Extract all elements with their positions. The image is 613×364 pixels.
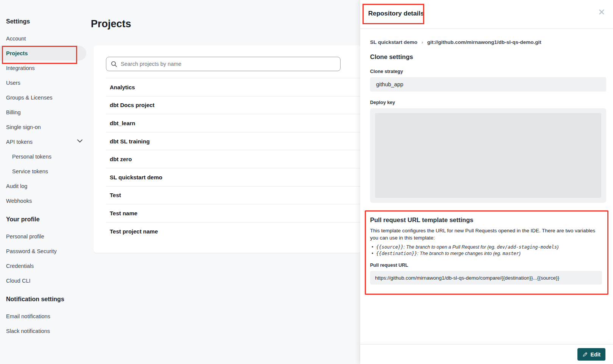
settings-sidebar: Settings AccountProjectsIntegrationsUser…	[0, 0, 91, 338]
sidebar-profile-title: Your profile	[6, 216, 91, 229]
sidebar-item-label: Service tokens	[12, 168, 48, 174]
page-title: Projects	[91, 18, 131, 30]
close-icon[interactable]: ✕	[596, 7, 607, 17]
sidebar-main-items: AccountProjectsIntegrationsUsersGroups &…	[6, 31, 91, 208]
sidebar-gap	[6, 208, 91, 216]
sidebar-notification-items: Email notificationsSlack notifications	[6, 309, 91, 338]
project-row-test[interactable]: Test	[106, 186, 361, 204]
clone-settings-heading: Clone settings	[370, 53, 606, 61]
sidebar-item-label: Credentials	[6, 263, 34, 269]
sidebar-item-personal-tokens[interactable]: Personal tokens	[6, 149, 86, 164]
project-name: SL quickstart demo	[110, 174, 162, 180]
variable-code: {{destination}}	[376, 251, 417, 256]
panel-title: Repository details	[368, 10, 424, 17]
sidebar-item-label: Personal profile	[6, 233, 44, 240]
sidebar-item-service-tokens[interactable]: Service tokens	[6, 164, 86, 179]
sidebar-item-single-sign-on[interactable]: Single sign-on	[6, 120, 86, 134]
sidebar-item-label: Groups & Licenses	[6, 95, 53, 101]
project-row-sl-quickstart-demo[interactable]: SL quickstart demo	[106, 168, 361, 186]
sidebar-title: Settings	[6, 18, 91, 31]
sidebar-item-webhooks[interactable]: Webhooks	[6, 193, 86, 208]
chevron-right-icon: ›	[422, 40, 423, 45]
panel-body: SL quickstart demo › git://github.com/mi…	[360, 39, 613, 295]
sidebar-gap	[6, 288, 91, 296]
pr-template-variables: {{source}}: The branch to open a Pull Re…	[370, 244, 602, 257]
sidebar-item-label: Audit log	[6, 183, 27, 189]
sidebar-item-label: Personal tokens	[12, 154, 51, 160]
sidebar-item-label: Email notifications	[6, 313, 50, 319]
project-row-test-project-name[interactable]: Test project name	[106, 222, 361, 240]
sidebar-item-cloud-cli[interactable]: Cloud CLI	[6, 273, 86, 288]
sidebar-item-account[interactable]: Account	[6, 31, 86, 46]
sidebar-item-audit-log[interactable]: Audit log	[6, 179, 86, 193]
pull-request-url-label: Pull request URL	[370, 263, 602, 268]
sidebar-item-label: Integrations	[6, 65, 35, 71]
sidebar-item-label: Users	[6, 80, 20, 86]
sidebar-item-label: Account	[6, 36, 26, 42]
chevron-down-icon	[77, 139, 82, 143]
variable-example: dev/add-staging-models	[497, 244, 557, 250]
variable-example: master	[503, 251, 519, 256]
sidebar-item-label: Webhooks	[6, 198, 32, 204]
pr-template-description: This template configures the URL for new…	[370, 227, 602, 241]
pencil-icon	[582, 352, 588, 357]
clone-strategy-value: github_app	[370, 77, 606, 92]
variable-suffix: )	[557, 244, 559, 250]
sidebar-item-projects[interactable]: Projects	[0, 46, 86, 61]
repository-details-panel: Repository details ✕ SL quickstart demo …	[360, 0, 613, 364]
pr-variable-bullet: {{destination}}: The branch to merge cha…	[370, 250, 602, 257]
sidebar-item-password-security[interactable]: Password & Security	[6, 244, 86, 258]
pull-request-url-value: https://github.com/mirnawong1/db-sl-qs-d…	[370, 271, 602, 285]
project-row-dbt-learn[interactable]: dbt_learn	[106, 114, 361, 132]
project-row-dbt-zero[interactable]: dbt zero	[106, 150, 361, 168]
pr-template-heading: Pull request URL template settings	[370, 216, 602, 224]
search-icon	[111, 61, 117, 67]
projects-card: Analyticsdbt Docs projectdbt_learndbt SL…	[93, 45, 361, 253]
deploy-key-field	[370, 108, 606, 203]
project-list: Analyticsdbt Docs projectdbt_learndbt SL…	[106, 78, 361, 240]
project-name: dbt Docs project	[110, 102, 154, 108]
sidebar-item-label: Single sign-on	[6, 124, 41, 130]
search-input[interactable]	[121, 61, 340, 67]
sidebar-item-label: Slack notifications	[6, 328, 50, 334]
clone-strategy-label: Clone strategy	[370, 69, 606, 74]
sidebar-notification-title: Notification settings	[6, 296, 91, 309]
sidebar-item-label: API tokens	[6, 139, 33, 145]
project-row-dbt-docs-project[interactable]: dbt Docs project	[106, 96, 361, 114]
sidebar-item-label: Billing	[6, 109, 21, 115]
sidebar-item-label: Projects	[6, 50, 28, 56]
variable-description: : The branch to merge changes into (eg.	[417, 251, 503, 256]
deploy-key-label: Deploy key	[370, 100, 606, 105]
panel-header: Repository details ✕	[360, 0, 613, 29]
edit-button-label: Edit	[591, 352, 601, 358]
pr-variable-bullet: {{source}}: The branch to open a Pull Re…	[370, 244, 602, 250]
project-row-dbt-sl-training[interactable]: dbt SL training	[106, 132, 361, 150]
sidebar-item-personal-profile[interactable]: Personal profile	[6, 229, 86, 244]
sidebar-item-label: Cloud CLI	[6, 278, 30, 284]
sidebar-item-users[interactable]: Users	[6, 75, 86, 90]
breadcrumb: SL quickstart demo › git://github.com/mi…	[370, 39, 606, 45]
sidebar-item-groups-licenses[interactable]: Groups & Licenses	[6, 90, 86, 105]
project-row-analytics[interactable]: Analytics	[106, 78, 361, 96]
project-row-test-name[interactable]: Test name	[106, 204, 361, 222]
project-name: Test name	[110, 210, 137, 216]
sidebar-profile-items: Personal profilePassword & SecurityCrede…	[6, 229, 91, 288]
sidebar-item-slack-notifications[interactable]: Slack notifications	[6, 324, 86, 338]
pull-request-section annotation-box-pr-template: Pull request URL template settings This …	[365, 210, 608, 295]
variable-code: {{source}}	[376, 244, 403, 250]
sidebar-item-billing[interactable]: Billing	[6, 105, 86, 120]
variable-description: : The branch to open a Pull Request for …	[403, 244, 497, 250]
breadcrumb-project: SL quickstart demo	[370, 39, 417, 45]
project-name: Analytics	[110, 84, 135, 90]
sidebar-item-label: Password & Security	[6, 248, 57, 254]
project-name: dbt SL training	[110, 138, 150, 145]
project-name: dbt zero	[110, 156, 132, 162]
project-search[interactable]	[106, 57, 341, 71]
sidebar-item-credentials[interactable]: Credentials	[6, 258, 86, 273]
sidebar-item-api-tokens[interactable]: API tokens	[6, 134, 86, 149]
project-name: Test	[110, 192, 121, 198]
sidebar-item-integrations[interactable]: Integrations	[6, 61, 86, 75]
sidebar-item-email-notifications[interactable]: Email notifications	[6, 309, 86, 324]
edit-button[interactable]: Edit	[577, 348, 605, 361]
deploy-key-redacted-value	[375, 113, 601, 198]
